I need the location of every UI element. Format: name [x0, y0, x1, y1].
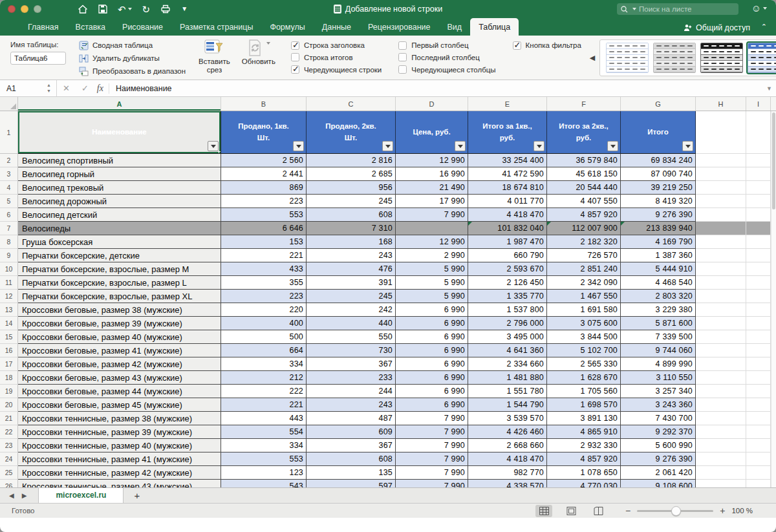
cell-value[interactable]: 9 108 600: [621, 480, 696, 487]
column-header-I[interactable]: I: [746, 97, 771, 111]
cell-value[interactable]: 1 078 650: [547, 466, 621, 480]
row-number[interactable]: 18: [0, 371, 18, 385]
cell-value[interactable]: 1 705 560: [547, 385, 621, 398]
row-number[interactable]: 13: [0, 303, 18, 317]
row-number[interactable]: 2: [0, 154, 18, 167]
cell-value[interactable]: 4 857 920: [547, 208, 621, 222]
cell-name[interactable]: Кроссовки теннисные, размер 43 (мужские): [18, 480, 221, 487]
cell-value[interactable]: 12 990: [396, 154, 468, 167]
cell-value[interactable]: 2 342 090: [547, 276, 621, 290]
row-number[interactable]: 17: [0, 357, 18, 371]
row-number[interactable]: 9: [0, 249, 18, 262]
cell-value[interactable]: 1 691 580: [547, 303, 621, 317]
cell-value[interactable]: 443: [221, 412, 307, 425]
checkbox-checked-icon[interactable]: [291, 41, 299, 50]
cell-value[interactable]: [396, 222, 468, 235]
empty-cell[interactable]: [746, 154, 771, 167]
customize-toolbar-icon[interactable]: ▼: [181, 6, 188, 12]
cell-value[interactable]: 2 565 330: [547, 357, 621, 371]
cell-value[interactable]: 6 990: [396, 303, 468, 317]
scrollbar-thumb[interactable]: [772, 112, 775, 209]
cell-value[interactable]: 6 990: [396, 330, 468, 344]
empty-cell[interactable]: [696, 195, 746, 208]
header-cell[interactable]: Продано, 2кв. Шт.: [307, 111, 396, 154]
column-header-C[interactable]: C: [307, 97, 396, 111]
tab-Разметка страницы[interactable]: Разметка страницы: [171, 18, 261, 36]
table-style-plain[interactable]: [606, 43, 649, 73]
cell-value[interactable]: 2 334 660: [468, 357, 547, 371]
cell-value[interactable]: 2 851 240: [547, 262, 621, 276]
cell-value[interactable]: 244: [307, 385, 396, 398]
cell-value[interactable]: 6 990: [396, 398, 468, 412]
cell-value[interactable]: 7 990: [396, 466, 468, 480]
cell-value[interactable]: 433: [221, 262, 307, 276]
row-number[interactable]: 7: [0, 222, 18, 235]
empty-cell[interactable]: [696, 111, 746, 154]
cell-value[interactable]: 45 618 150: [547, 167, 621, 181]
cell-value[interactable]: 726 570: [547, 249, 621, 262]
cell-value[interactable]: 39 219 250: [621, 181, 696, 195]
cell-value[interactable]: 597: [307, 480, 396, 487]
cell-value[interactable]: 3 110 550: [621, 371, 696, 385]
empty-cell[interactable]: [696, 262, 746, 276]
row-number[interactable]: 4: [0, 181, 18, 195]
empty-cell[interactable]: [696, 371, 746, 385]
cell-value[interactable]: 553: [221, 452, 307, 466]
cell-value[interactable]: 7 990: [396, 412, 468, 425]
cell-name[interactable]: Перчатки боксерские, взрослые, размер L: [18, 276, 221, 290]
cell-value[interactable]: 5 102 700: [547, 344, 621, 357]
cell-value[interactable]: 9 292 370: [621, 425, 696, 439]
empty-cell[interactable]: [746, 111, 771, 154]
cell-value[interactable]: 2 803 320: [621, 290, 696, 303]
tab-Вид[interactable]: Вид: [439, 18, 471, 36]
row-number[interactable]: 16: [0, 344, 18, 357]
cell-name[interactable]: Груша боксерская: [18, 235, 221, 249]
cell-value[interactable]: 4 169 790: [621, 235, 696, 249]
empty-cell[interactable]: [746, 167, 771, 181]
cell-value[interactable]: 21 490: [396, 181, 468, 195]
cell-name[interactable]: Перчатки боксерские, детские: [18, 249, 221, 262]
row-number[interactable]: 6: [0, 208, 18, 222]
cell-value[interactable]: 7 310: [307, 222, 396, 235]
filter-dropdown-button[interactable]: [534, 141, 544, 151]
cell-value[interactable]: 1 387 360: [621, 249, 696, 262]
cell-name[interactable]: Кроссовки беговые, размер 38 (мужские): [18, 303, 221, 317]
style-option-Последний столбец[interactable]: Последний столбец: [398, 53, 495, 61]
cell-value[interactable]: 8 419 320: [621, 195, 696, 208]
cell-value[interactable]: 2 668 660: [468, 439, 547, 452]
cell-value[interactable]: 3 229 380: [621, 303, 696, 317]
empty-cell[interactable]: [696, 344, 746, 357]
cell-value[interactable]: 4 641 360: [468, 344, 547, 357]
column-header-F[interactable]: F: [547, 97, 621, 111]
column-header-G[interactable]: G: [621, 97, 696, 111]
header-cell[interactable]: Цена, руб.: [396, 111, 468, 154]
row-number[interactable]: 20: [0, 398, 18, 412]
cell-name[interactable]: Кроссовки беговые, размер 42 (мужские): [18, 357, 221, 371]
cell-value[interactable]: 3 495 000: [468, 330, 547, 344]
cell-value[interactable]: 476: [307, 262, 396, 276]
cell-value[interactable]: 18 674 810: [468, 181, 547, 195]
cell-value[interactable]: 243: [307, 398, 396, 412]
cell-value[interactable]: 4 899 990: [621, 357, 696, 371]
sheet-nav-right-icon[interactable]: ▶: [22, 492, 27, 499]
empty-cell[interactable]: [696, 357, 746, 371]
checkbox-unchecked-icon[interactable]: [398, 65, 407, 74]
cell-value[interactable]: 2 560: [221, 154, 307, 167]
empty-cell[interactable]: [696, 439, 746, 452]
cell-value[interactable]: 664: [221, 344, 307, 357]
checkbox-unchecked-icon[interactable]: [291, 53, 299, 61]
style-option-Строка итогов[interactable]: Строка итогов: [291, 53, 382, 61]
empty-cell[interactable]: [696, 276, 746, 290]
cell-value[interactable]: 223: [221, 195, 307, 208]
cell-name[interactable]: Кроссовки теннисные, размер 38 (мужские): [18, 412, 221, 425]
row-number[interactable]: 8: [0, 235, 18, 249]
empty-cell[interactable]: [746, 412, 771, 425]
cell-value[interactable]: 123: [221, 466, 307, 480]
selected-cell-A1[interactable]: Наименование: [18, 111, 221, 154]
collapse-ribbon-icon[interactable]: ⌃: [761, 23, 767, 31]
cell-value[interactable]: 3 257 340: [621, 385, 696, 398]
style-option-Первый столбец[interactable]: Первый столбец: [398, 41, 495, 50]
cell-value[interactable]: 608: [307, 452, 396, 466]
cell-name[interactable]: Кроссовки теннисные, размер 40 (мужские): [18, 439, 221, 452]
cell-value[interactable]: 4 865 910: [547, 425, 621, 439]
